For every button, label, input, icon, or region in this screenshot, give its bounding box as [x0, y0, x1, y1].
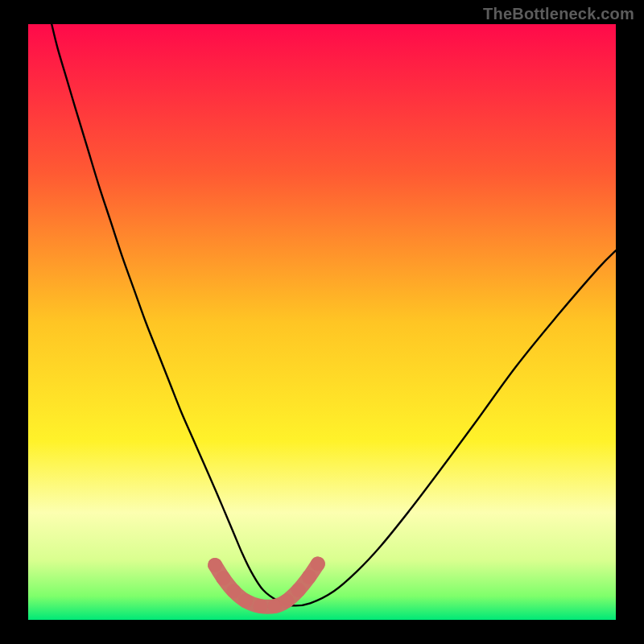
bottleneck-chart: TheBottleneck.com: [0, 0, 644, 644]
highlight-dot: [302, 570, 316, 584]
highlight-dot: [238, 593, 253, 608]
highlight-dot: [253, 599, 267, 613]
watermark-text: TheBottleneck.com: [483, 5, 634, 23]
highlight-dot: [291, 583, 306, 597]
highlight-dot: [227, 584, 242, 598]
highlight-dot: [208, 558, 222, 572]
highlight-dot: [279, 593, 294, 608]
highlight-dot: [216, 571, 230, 585]
chart-svg: [0, 0, 644, 644]
highlight-dot: [311, 556, 325, 571]
plot-background: [28, 24, 616, 620]
